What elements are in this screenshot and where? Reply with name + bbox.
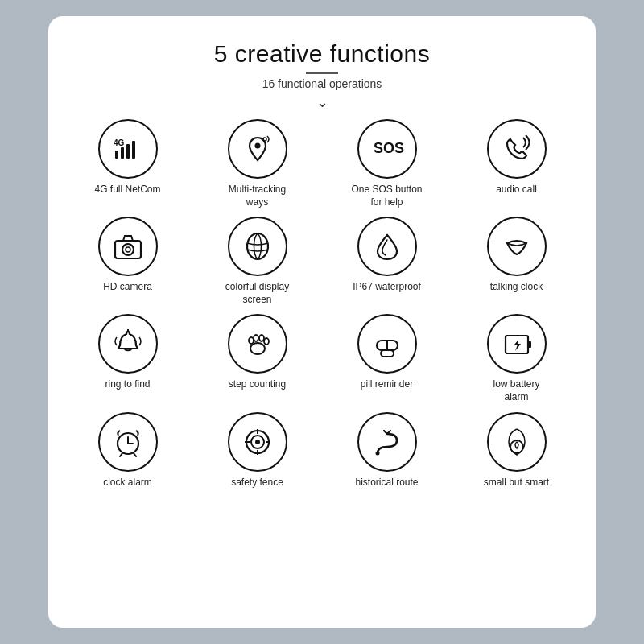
safety-fence-icon-circle — [228, 412, 287, 472]
svg-rect-20 — [381, 350, 394, 357]
feature-ring-to-find: ring to find — [64, 314, 191, 403]
main-card: 5 creative functions 16 functional opera… — [48, 16, 596, 628]
hd-camera-icon — [110, 229, 146, 264]
clock-alarm-icon — [110, 424, 146, 460]
svg-point-15 — [254, 335, 258, 341]
4g-netcom-label: 4G full NetCom — [94, 184, 160, 196]
pill-reminder-icon-circle — [357, 314, 417, 374]
colorful-display-icon — [240, 229, 275, 264]
feature-small-but-smart: small but smart — [453, 412, 580, 489]
svg-point-14 — [249, 337, 254, 344]
ring-to-find-label: ring to find — [105, 378, 150, 391]
small-but-smart-icon — [499, 424, 535, 460]
feature-ip67-waterproof: IP67 waterproof — [324, 217, 450, 306]
ip67-waterproof-label: IP67 waterproof — [353, 281, 421, 294]
feature-talking-clock: talking clock — [453, 217, 580, 306]
talking-clock-icon — [499, 229, 535, 264]
audio-call-icon-circle — [487, 119, 547, 179]
feature-pill-reminder: pill reminder — [324, 314, 450, 403]
svg-text:SOS: SOS — [374, 140, 404, 156]
subtitle: 16 functional operations — [262, 77, 382, 90]
svg-point-16 — [259, 335, 264, 341]
svg-rect-3 — [126, 144, 130, 159]
svg-point-5 — [254, 143, 260, 149]
feature-audio-call: audio call — [453, 119, 580, 208]
svg-point-10 — [126, 247, 130, 252]
svg-text:4G: 4G — [114, 138, 125, 147]
multi-tracking-icon — [240, 131, 275, 167]
historical-route-icon — [369, 424, 405, 460]
safety-fence-icon — [240, 424, 275, 460]
pill-reminder-icon — [369, 326, 405, 361]
audio-call-label: audio call — [496, 184, 537, 196]
small-but-smart-icon-circle — [487, 412, 547, 472]
feature-clock-alarm: clock alarm — [64, 412, 191, 489]
features-grid: 4G 4G full NetCom — [64, 119, 580, 489]
low-battery-alarm-icon-circle — [487, 314, 547, 374]
small-but-smart-label: small but smart — [484, 477, 549, 489]
pill-reminder-label: pill reminder — [361, 378, 413, 391]
svg-point-13 — [250, 343, 265, 354]
4g-netcom-icon-circle: 4G — [98, 119, 158, 179]
step-counting-icon-circle — [228, 314, 287, 374]
ip67-waterproof-icon — [369, 229, 405, 264]
svg-rect-22 — [528, 341, 531, 348]
low-battery-alarm-icon — [499, 326, 535, 361]
colorful-display-label: colorful display screen — [221, 281, 294, 306]
historical-route-label: historical route — [355, 477, 418, 489]
4g-netcom-icon: 4G — [110, 131, 146, 167]
talking-clock-icon-circle — [487, 217, 547, 276]
ring-to-find-icon — [110, 326, 146, 361]
feature-historical-route: historical route — [324, 412, 450, 489]
safety-fence-label: safety fence — [231, 477, 283, 489]
sos-button-icon-circle: SOS — [357, 119, 417, 179]
svg-rect-2 — [121, 147, 124, 159]
divider — [306, 72, 338, 74]
sos-icon: SOS — [369, 131, 405, 167]
svg-point-28 — [255, 440, 260, 444]
feature-low-battery-alarm: low battery alarm — [453, 314, 580, 403]
chevron-down-icon: ⌄ — [316, 93, 328, 111]
low-battery-alarm-label: low battery alarm — [481, 378, 553, 403]
feature-sos-button: SOS One SOS button for help — [324, 119, 450, 208]
step-counting-icon — [240, 326, 275, 361]
colorful-display-icon-circle — [228, 217, 287, 276]
ip67-waterproof-icon-circle — [357, 217, 417, 276]
multi-tracking-icon-circle — [228, 119, 287, 179]
hd-camera-icon-circle — [98, 217, 158, 276]
page-title: 5 creative functions — [214, 40, 430, 68]
feature-step-counting: step counting — [194, 314, 320, 403]
step-counting-label: step counting — [229, 378, 286, 391]
svg-point-11 — [247, 233, 268, 259]
feature-safety-fence: safety fence — [194, 412, 320, 489]
clock-alarm-icon-circle — [98, 412, 158, 472]
feature-4g-netcom: 4G 4G full NetCom — [64, 119, 191, 208]
feature-multi-tracking: Multi-tracking ways — [194, 119, 320, 208]
sos-button-label: One SOS button for help — [351, 184, 423, 208]
historical-route-icon-circle — [357, 412, 417, 472]
svg-point-33 — [375, 451, 379, 455]
svg-point-9 — [122, 244, 134, 255]
talking-clock-label: talking clock — [490, 281, 543, 294]
feature-colorful-display: colorful display screen — [194, 217, 320, 306]
audio-call-icon — [499, 131, 535, 167]
svg-point-6 — [263, 138, 266, 141]
svg-rect-4 — [132, 141, 135, 159]
multi-tracking-label: Multi-tracking ways — [221, 184, 294, 208]
svg-point-17 — [264, 338, 269, 345]
ring-to-find-icon-circle — [98, 314, 158, 374]
clock-alarm-label: clock alarm — [103, 477, 152, 489]
hd-camera-label: HD camera — [103, 281, 152, 294]
svg-rect-1 — [115, 151, 118, 159]
feature-hd-camera: HD camera — [64, 217, 191, 306]
